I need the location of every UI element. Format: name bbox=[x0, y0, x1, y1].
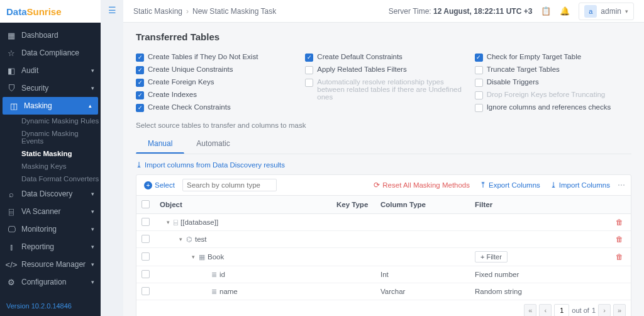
select-all-checkbox[interactable] bbox=[142, 200, 150, 208]
page-last[interactable]: » bbox=[613, 304, 626, 316]
nav-data-discovery[interactable]: ⌕Data Discovery▾ bbox=[0, 185, 101, 203]
page-first[interactable]: « bbox=[524, 304, 536, 316]
tree-toggle[interactable]: ▾ bbox=[177, 236, 184, 242]
table-row[interactable]: ≣nameVarcharRandom string bbox=[136, 283, 631, 300]
delete-icon[interactable]: 🗑 bbox=[616, 253, 623, 261]
import-columns-button[interactable]: ⤓Import Columns bbox=[548, 179, 613, 191]
export-columns-button[interactable]: ⤒Export Columns bbox=[477, 179, 543, 191]
checkbox-label: Create Foreign Keys bbox=[148, 78, 214, 86]
nav-label: Security bbox=[21, 84, 48, 93]
tab-automatic[interactable]: Automatic bbox=[184, 134, 242, 154]
checkbox[interactable] bbox=[136, 91, 144, 99]
delete-icon[interactable]: 🗑 bbox=[616, 218, 623, 226]
sidebar: DataSunrise ▦Dashboard ☆Data Compliance … bbox=[0, 0, 101, 316]
nav-label: Masking bbox=[24, 101, 52, 110]
nav-reporting[interactable]: ⫿Reporting▾ bbox=[0, 238, 101, 256]
select-button[interactable]: +Select bbox=[142, 180, 177, 191]
checkbox-label: Create Default Constraints bbox=[317, 53, 402, 60]
download-icon: ⤓ bbox=[136, 161, 142, 169]
search-icon: ⌕ bbox=[6, 189, 16, 199]
table-row[interactable]: ≣idIntFixed number bbox=[136, 266, 631, 283]
import-from-discovery-link[interactable]: ⤓ Import columns from Data Discovery res… bbox=[136, 161, 631, 169]
clipboard-icon[interactable]: 📋 bbox=[541, 6, 551, 16]
nav-label: Data Discovery bbox=[21, 189, 72, 198]
row-checkbox[interactable] bbox=[142, 287, 150, 295]
chevron-down-icon: ▾ bbox=[91, 226, 94, 232]
checkbox[interactable] bbox=[475, 54, 483, 62]
avatar: a bbox=[584, 5, 597, 18]
nav-sub-masking-keys[interactable]: Masking Keys bbox=[0, 160, 101, 172]
filter-button[interactable]: + Filter bbox=[475, 251, 508, 262]
checkbox[interactable] bbox=[305, 66, 313, 74]
checkbox[interactable] bbox=[136, 79, 144, 87]
search-input[interactable] bbox=[182, 179, 277, 191]
more-button[interactable]: ⋯ bbox=[618, 181, 626, 189]
tree-toggle[interactable]: ▾ bbox=[190, 254, 196, 260]
chevron-down-icon: ▾ bbox=[91, 208, 94, 215]
pager-out-of: out of bbox=[572, 307, 589, 314]
nav-resource-manager[interactable]: </>Resource Manager▾ bbox=[0, 256, 101, 273]
reset-masking-button[interactable]: ⟳Reset All Masking Methods bbox=[371, 179, 472, 191]
nav-data-compliance[interactable]: ☆Data Compliance bbox=[0, 44, 101, 62]
checkbox-grid: Create Tables if They Do Not ExistCreate… bbox=[136, 51, 631, 114]
col-object: Object bbox=[155, 196, 331, 214]
row-checkbox[interactable] bbox=[142, 218, 150, 226]
checkbox[interactable] bbox=[475, 66, 483, 74]
doc-icon: ◧ bbox=[6, 65, 16, 76]
page-input[interactable] bbox=[554, 304, 569, 316]
nav-sub-dyn-rules[interactable]: Dynamic Masking Rules bbox=[0, 115, 101, 127]
user-name: admin bbox=[601, 7, 621, 16]
import-label: Import Columns bbox=[559, 181, 610, 189]
breadcrumb-1[interactable]: Static Masking bbox=[133, 7, 182, 16]
filter-text: Random string bbox=[475, 288, 522, 295]
nav-va-scanner[interactable]: ⌸VA Scanner▾ bbox=[0, 203, 101, 220]
refresh-icon: ⟳ bbox=[374, 181, 380, 189]
page-next[interactable]: › bbox=[598, 304, 611, 316]
chevron-down-icon: ▾ bbox=[625, 8, 628, 14]
checkbox[interactable] bbox=[305, 54, 313, 62]
checkbox[interactable] bbox=[136, 66, 144, 74]
monitor-icon: 🖵 bbox=[6, 224, 16, 234]
main: Static Masking › New Static Masking Task… bbox=[123, 0, 644, 316]
checkbox[interactable] bbox=[475, 104, 483, 112]
row-checkbox[interactable] bbox=[142, 252, 150, 261]
check-row: Drop Foreign Keys before Truncating bbox=[475, 89, 631, 101]
col-keytype: Key Type bbox=[331, 196, 375, 214]
chevron-down-icon: ▾ bbox=[91, 191, 94, 197]
section-title: Transferred Tables bbox=[136, 31, 631, 42]
check-row: Ignore columns and references checks bbox=[475, 101, 631, 114]
bell-icon[interactable]: 🔔 bbox=[560, 6, 570, 16]
user-menu[interactable]: a admin ▾ bbox=[579, 3, 634, 20]
table-row[interactable]: ▾⌬test🗑 bbox=[136, 231, 631, 248]
delete-icon[interactable]: 🗑 bbox=[616, 235, 623, 243]
sidebar-toggle-button[interactable]: ☰ bbox=[108, 5, 116, 316]
plus-icon: + bbox=[480, 253, 484, 261]
tree-toggle[interactable]: ▾ bbox=[165, 219, 171, 225]
upload-icon: ⤒ bbox=[480, 181, 486, 189]
column-type bbox=[375, 214, 470, 231]
nav-dashboard[interactable]: ▦Dashboard bbox=[0, 26, 101, 44]
nav-monitoring[interactable]: 🖵Monitoring▾ bbox=[0, 220, 101, 238]
table-row[interactable]: ▾▦Book+ Filter🗑 bbox=[136, 248, 631, 266]
nav-security[interactable]: ⛉Security▾ bbox=[0, 79, 101, 97]
nav-sub-dyn-events[interactable]: Dynamic Masking Events bbox=[0, 127, 101, 147]
nav-masking[interactable]: ◫Masking▴ bbox=[3, 97, 98, 115]
row-checkbox[interactable] bbox=[142, 235, 150, 243]
tab-manual[interactable]: Manual bbox=[136, 134, 184, 154]
page-prev[interactable]: ‹ bbox=[539, 304, 552, 316]
plus-circle-icon: + bbox=[144, 181, 152, 189]
nav-audit[interactable]: ◧Audit▾ bbox=[0, 62, 101, 79]
nav-label: Resource Manager bbox=[21, 260, 86, 269]
checkbox[interactable] bbox=[136, 54, 144, 62]
nav-sub-static-masking[interactable]: Static Masking bbox=[0, 147, 101, 160]
nav-configuration[interactable]: ⚙Configuration▾ bbox=[0, 273, 101, 291]
nav-sub-format-converters[interactable]: Data Format Converters bbox=[0, 172, 101, 185]
check-row: Create Unique Constraints bbox=[136, 64, 292, 76]
row-checkbox[interactable] bbox=[142, 270, 150, 278]
checkbox[interactable] bbox=[136, 104, 144, 112]
check-row: Create Tables if They Do Not Exist bbox=[136, 51, 292, 64]
object-name: test bbox=[195, 235, 207, 243]
table-row[interactable]: ▾⌸[[database]]🗑 bbox=[136, 214, 631, 231]
checkbox[interactable] bbox=[475, 79, 483, 87]
table-icon: ▦ bbox=[199, 253, 205, 261]
